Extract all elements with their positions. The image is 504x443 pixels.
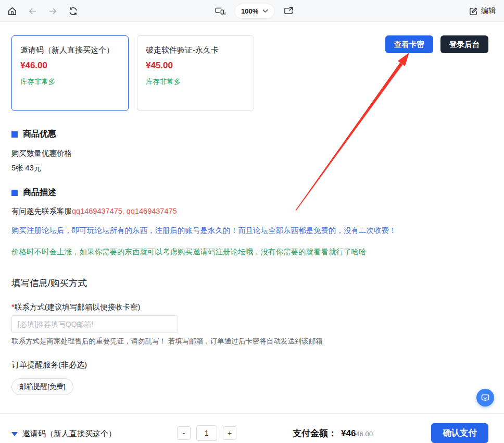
payment-amount: ¥46 [341, 428, 356, 439]
product-stock: 库存非常多 [146, 77, 245, 87]
selected-product-toggle[interactable]: 邀请码（新人直接买这个） [11, 429, 116, 439]
form-title: 填写信息/购买方式 [11, 277, 87, 289]
description-section-heading: 商品描述 [11, 187, 56, 198]
bottom-divider [0, 413, 504, 414]
promo-section-heading: 商品优惠 [11, 129, 56, 140]
description-benefit-line: 购买注册论坛后，即可玩论坛所有的东西，注册后的账号是永久的！而且论坛全部东西都是… [11, 226, 397, 236]
toolbar-nav-group [7, 0, 78, 22]
promo-section-title: 商品优惠 [23, 129, 56, 140]
section-bullet-icon [11, 131, 18, 138]
product-card-list: 邀请码（新人直接买这个） ¥46.00 库存非常多 破走软件验证-永久卡 ¥45… [11, 35, 254, 111]
description-price-note-line: 价格时不时会上涨，如果你需要的东西就可以考虑购买邀请码注册论坛哦，没有你需要的就… [11, 247, 367, 257]
contact-helper-text: 联系方式是商家处理售后的重要凭证，请勿乱写！ 若填写邮箱，订单通过后卡密将自动发… [11, 337, 323, 346]
zoom-level: 100% [241, 7, 258, 15]
quantity-increase-button[interactable]: + [223, 426, 236, 440]
product-stock: 库存非常多 [20, 77, 120, 87]
back-icon[interactable] [28, 6, 37, 16]
promo-line-2: 5张 43元 [11, 163, 41, 173]
quantity-stepper: - + [177, 425, 236, 441]
payment-total: 支付金额： ¥46 46.00 [293, 427, 373, 439]
view-card-secret-button[interactable]: 查看卡密 [385, 35, 433, 53]
toolbar-view-group: 0 100% [215, 0, 294, 22]
quantity-decrease-button[interactable]: - [177, 426, 191, 440]
zoom-control[interactable]: 100% [234, 4, 275, 19]
quantity-input[interactable] [196, 425, 217, 441]
responsive-devices-icon[interactable]: 0 [215, 6, 226, 16]
open-preview-icon[interactable] [283, 6, 294, 16]
product-title: 邀请码（新人直接买这个） [20, 44, 120, 56]
edit-label: 编辑 [481, 6, 496, 16]
customer-service-chat-button[interactable] [476, 389, 494, 407]
product-price: ¥45.00 [146, 60, 245, 71]
service-prefix: 有问题先联系客服 [11, 207, 72, 215]
description-service-line: 有问题先联系客服qq1469437475, qq1469437475 [11, 206, 177, 216]
toolbar-edit-group[interactable]: 编辑 [469, 0, 496, 22]
page: 0 100% 编辑 邀请码（新人直接买这个） ¥46.00 库存非常多 破走软件… [0, 0, 504, 443]
service-qq: qq1469437475, qq1469437475 [72, 207, 177, 215]
contact-input[interactable] [11, 315, 178, 333]
product-card-software-verify[interactable]: 破走软件验证-永久卡 ¥45.00 库存非常多 [137, 35, 254, 111]
toolbar: 0 100% 编辑 [0, 0, 504, 22]
admin-login-button[interactable]: 登录后台 [440, 35, 488, 53]
chat-bubble-icon [481, 393, 490, 402]
refresh-icon[interactable] [68, 6, 78, 16]
home-icon[interactable] [7, 6, 17, 16]
product-price: ¥46.00 [20, 60, 120, 71]
contact-label: *联系方式(建议填写邮箱以便接收卡密) [11, 302, 140, 312]
chevron-down-icon [262, 9, 268, 13]
payment-total-label: 支付金额： [293, 427, 337, 439]
confirm-pay-button[interactable]: 确认支付 [431, 423, 488, 443]
svg-text:0: 0 [224, 12, 226, 16]
forward-icon[interactable] [48, 6, 58, 16]
email-reminder-option[interactable]: 邮箱提醒[免费] [11, 378, 73, 395]
top-actions: 查看卡密 登录后台 [385, 35, 488, 53]
product-card-invite-code[interactable]: 邀请码（新人直接买这个） ¥46.00 库存非常多 [11, 35, 129, 111]
triangle-down-icon [11, 432, 18, 436]
promo-line-1: 购买数量优惠价格 [11, 149, 72, 158]
edit-pencil-icon [469, 7, 478, 16]
description-section-title: 商品描述 [23, 187, 56, 198]
payment-amount-detail: 46.00 [356, 430, 373, 438]
selected-product-label: 邀请码（新人直接买这个） [22, 429, 116, 439]
product-title: 破走软件验证-永久卡 [146, 44, 245, 56]
section-bullet-icon [11, 190, 18, 196]
reminder-title: 订单提醒服务(非必选) [11, 360, 87, 370]
